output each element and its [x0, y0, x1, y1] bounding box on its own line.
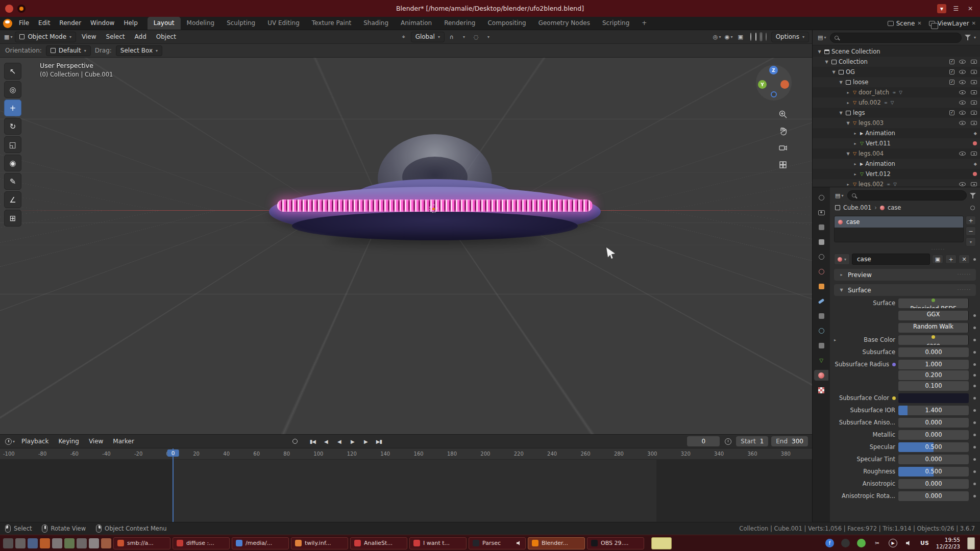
tool-button-rotate[interactable]: ↻ [4, 118, 21, 135]
material-slot-case[interactable]: case [835, 216, 963, 228]
tool-button-add-cube[interactable]: ⊞ [4, 210, 21, 227]
shading-solid-icon[interactable] [754, 32, 757, 41]
tab-object-data[interactable]: ▽ [814, 355, 828, 366]
shading-material-icon[interactable] [760, 32, 763, 41]
outliner-search-input[interactable] [830, 33, 962, 43]
expand-icon[interactable]: ▸ [852, 162, 858, 166]
launcher-icon[interactable] [101, 538, 111, 548]
hide-viewport-icon[interactable] [959, 60, 966, 64]
expand-icon[interactable]: ▼ [817, 49, 822, 54]
expand-icon[interactable]: ▸ [852, 131, 858, 136]
disable-render-icon[interactable] [971, 60, 977, 64]
show-desktop-widget[interactable] [967, 537, 975, 549]
outliner-row-og[interactable]: ▼ OG ✓ [813, 67, 980, 77]
3d-viewport[interactable]: User Perspective (0) Collection | Cube.0… [0, 58, 812, 434]
transport-button[interactable]: ▶▮ [373, 436, 385, 446]
axis-z-ball[interactable]: Z [769, 66, 778, 74]
workspace-tab[interactable]: Geometry Nodes [532, 17, 596, 30]
axis-x-ball[interactable] [780, 80, 789, 89]
view-layer-selector[interactable]: ViewLayer ✕ [929, 20, 976, 27]
tray-volume-icon[interactable] [904, 539, 913, 547]
surface-panel-header[interactable]: ▼ Surface ······ [834, 284, 976, 296]
taskbar-window-button[interactable]: twily.inf... [291, 537, 348, 549]
disable-render-icon[interactable] [971, 90, 977, 94]
outliner-row-loose[interactable]: ▼ loose ✓ [813, 77, 980, 87]
viewport-menu[interactable]: Add [131, 33, 151, 40]
workspace-tab[interactable]: Layout [148, 17, 181, 30]
keyboard-layout-indicator[interactable]: US [920, 540, 929, 546]
tab-constraints[interactable] [814, 340, 828, 351]
auto-keying-button[interactable] [290, 436, 300, 446]
disable-render-icon[interactable] [971, 80, 977, 84]
outliner-row-legs-004[interactable]: ▼ ▽ legs.004 [813, 148, 980, 159]
launcher-icon[interactable] [28, 538, 38, 548]
preview-panel-header[interactable]: ▸ Preview ······ [834, 269, 976, 281]
default-orientation-dropdown[interactable]: Default ▾ [46, 45, 91, 56]
launcher-icon[interactable] [89, 538, 99, 548]
taskbar-window-button[interactable]: /media/... [232, 537, 289, 549]
frame-start-field[interactable]: Start1 [736, 436, 768, 446]
taskbar-window-button[interactable]: I want t... [409, 537, 467, 549]
disable-render-icon[interactable] [971, 70, 977, 74]
workspace-tab[interactable]: Texture Paint [306, 17, 357, 30]
checkbox-icon[interactable]: ✓ [949, 80, 954, 85]
hide-viewport-icon[interactable] [959, 80, 966, 84]
outliner-row-vert-011[interactable]: ▸ ▽ Vert.011 [813, 138, 980, 148]
subsurface-slider[interactable]: 0.000 [898, 347, 969, 357]
checkbox-icon[interactable]: ✓ [949, 69, 954, 74]
outliner-row-ufo-002[interactable]: ▸ ▽ ufo.002 ∞ ▽ [813, 97, 980, 108]
xray-toggle-icon[interactable]: ▣ [736, 32, 746, 42]
drag-dropdown[interactable]: Select Box ▾ [116, 45, 162, 56]
scene-selector[interactable]: Scene ✕ [888, 20, 922, 27]
playhead-badge[interactable]: 0 [167, 449, 179, 457]
axis-y-ball[interactable]: Y [758, 80, 767, 89]
taskbar-window-button[interactable]: Blender... [528, 537, 585, 549]
taskbar-notes-button[interactable] [651, 537, 672, 549]
launcher-icon[interactable] [64, 538, 75, 548]
timeline-menu[interactable]: Marker [109, 438, 138, 445]
expand-icon[interactable]: ▼ [831, 70, 837, 74]
checkbox-icon[interactable]: ✓ [949, 59, 954, 64]
expand-icon[interactable]: ▼ [838, 80, 844, 85]
tab-physics[interactable] [814, 325, 828, 336]
workspace-tab[interactable]: Scripting [596, 17, 635, 30]
anisotropic-rotation-slider[interactable]: 0.000 [898, 491, 969, 501]
workspace-tab[interactable]: UV Editing [261, 17, 306, 30]
viewport-menu[interactable]: View [78, 33, 100, 40]
viewport-menu[interactable]: Object [152, 33, 180, 40]
taskbar-window-button[interactable]: diffuse :... [173, 537, 230, 549]
show-gizmo-icon[interactable]: ◎▾ [712, 32, 722, 42]
new-material-button[interactable]: + [945, 255, 957, 264]
tab-modifiers[interactable] [814, 296, 828, 307]
expand-icon[interactable]: ▸ [834, 338, 839, 342]
properties-editor-type-icon[interactable]: ▤▾ [834, 190, 844, 201]
remove-slot-button[interactable]: − [966, 227, 976, 236]
workspace-tab[interactable]: + [635, 17, 653, 30]
topbar-menu[interactable]: Render [55, 17, 86, 30]
tool-button-scale[interactable]: ◱ [4, 136, 21, 153]
surface-shader-button[interactable]: Principled BSDF [898, 298, 969, 308]
tab-particles[interactable] [814, 311, 828, 321]
properties-search-input[interactable] [847, 190, 967, 201]
anisotropic-slider[interactable]: 0.000 [898, 479, 969, 489]
expand-icon[interactable]: ▼ [824, 60, 829, 64]
timeline-track-area[interactable] [0, 460, 812, 522]
specular-tint-slider[interactable]: 0.000 [898, 455, 969, 464]
slot-specials-button[interactable]: ▾ [966, 237, 976, 246]
view-layer-unlink-icon[interactable]: ✕ [972, 20, 976, 26]
disable-render-icon[interactable] [971, 152, 977, 156]
subsurface-color-swatch[interactable] [898, 393, 969, 403]
tab-render[interactable] [814, 207, 828, 218]
topbar-menu[interactable]: Edit [34, 17, 55, 30]
show-overlays-icon[interactable]: ◉▾ [724, 32, 734, 42]
expand-icon[interactable]: ▸ [852, 141, 858, 146]
options-dropdown[interactable]: Options▾ [771, 32, 809, 42]
tool-button-move[interactable]: + [4, 99, 21, 116]
tool-button-measure[interactable]: ∠ [4, 191, 21, 208]
topbar-menu[interactable]: File [14, 17, 34, 30]
tab-world[interactable] [814, 266, 828, 277]
disable-render-icon[interactable] [971, 182, 977, 186]
hide-viewport-icon[interactable] [959, 70, 966, 74]
tray-app-icon[interactable] [841, 539, 850, 547]
distribution-dropdown[interactable]: GGX▾ [898, 311, 969, 320]
